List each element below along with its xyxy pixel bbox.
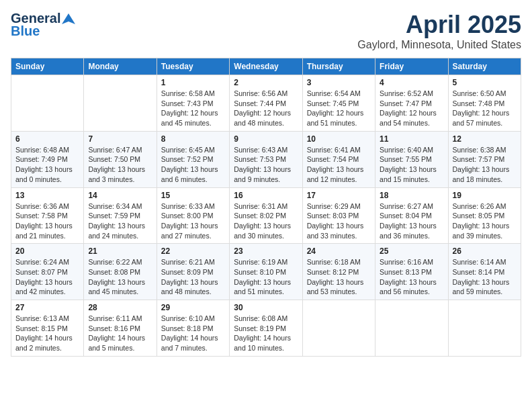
calendar-day-cell: 18Sunrise: 6:27 AM Sunset: 8:04 PM Dayli…: [375, 187, 448, 244]
page-title: April 2025: [357, 11, 521, 39]
day-number: 18: [380, 191, 443, 200]
calendar-day-cell: 30Sunrise: 6:08 AM Sunset: 8:19 PM Dayli…: [230, 300, 302, 357]
day-number: 7: [88, 134, 152, 144]
weekday-header-row: SundayMondayTuesdayWednesdayThursdayFrid…: [11, 58, 521, 75]
day-number: 5: [453, 78, 517, 87]
day-info: Sunrise: 6:52 AM Sunset: 7:47 PM Dayligh…: [380, 89, 443, 128]
calendar-day-cell: 7Sunrise: 6:47 AM Sunset: 7:50 PM Daylig…: [84, 131, 157, 187]
weekday-header-friday: Friday: [375, 58, 448, 75]
calendar-day-cell: 6Sunrise: 6:48 AM Sunset: 7:49 PM Daylig…: [11, 131, 84, 187]
calendar-day-cell: [11, 75, 84, 132]
title-section: April 2025 Gaylord, Minnesota, United St…: [357, 11, 521, 51]
weekday-header-sunday: Sunday: [11, 58, 84, 75]
calendar-day-cell: 13Sunrise: 6:36 AM Sunset: 7:58 PM Dayli…: [11, 187, 84, 244]
day-number: 4: [380, 78, 443, 87]
calendar-day-cell: [84, 75, 157, 132]
calendar-week-row: 13Sunrise: 6:36 AM Sunset: 7:58 PM Dayli…: [11, 187, 521, 244]
day-number: 9: [234, 134, 298, 144]
calendar-day-cell: 4Sunrise: 6:52 AM Sunset: 7:47 PM Daylig…: [375, 75, 448, 132]
calendar-day-cell: 24Sunrise: 6:18 AM Sunset: 8:12 PM Dayli…: [302, 244, 375, 300]
weekday-header-tuesday: Tuesday: [157, 58, 229, 75]
day-info: Sunrise: 6:47 AM Sunset: 7:50 PM Dayligh…: [88, 145, 152, 185]
day-info: Sunrise: 6:41 AM Sunset: 7:54 PM Dayligh…: [307, 145, 371, 185]
day-info: Sunrise: 6:54 AM Sunset: 7:45 PM Dayligh…: [307, 89, 371, 128]
day-number: 11: [380, 134, 443, 144]
calendar-day-cell: 22Sunrise: 6:21 AM Sunset: 8:09 PM Dayli…: [157, 244, 229, 300]
calendar-day-cell: 20Sunrise: 6:24 AM Sunset: 8:07 PM Dayli…: [11, 244, 84, 300]
page-header: General Blue April 2025 Gaylord, Minneso…: [11, 11, 521, 51]
day-info: Sunrise: 6:19 AM Sunset: 8:10 PM Dayligh…: [234, 257, 298, 297]
day-number: 25: [380, 246, 443, 256]
calendar-day-cell: 15Sunrise: 6:33 AM Sunset: 8:00 PM Dayli…: [157, 187, 229, 244]
day-info: Sunrise: 6:33 AM Sunset: 8:00 PM Dayligh…: [161, 201, 225, 241]
day-number: 23: [234, 246, 298, 256]
day-number: 15: [161, 191, 225, 200]
calendar-week-row: 6Sunrise: 6:48 AM Sunset: 7:49 PM Daylig…: [11, 131, 521, 187]
calendar-day-cell: 26Sunrise: 6:14 AM Sunset: 8:14 PM Dayli…: [448, 244, 521, 300]
calendar-day-cell: 27Sunrise: 6:13 AM Sunset: 8:15 PM Dayli…: [11, 300, 84, 357]
day-info: Sunrise: 6:27 AM Sunset: 8:04 PM Dayligh…: [380, 201, 443, 241]
day-number: 26: [453, 246, 517, 256]
day-info: Sunrise: 6:21 AM Sunset: 8:09 PM Dayligh…: [161, 257, 225, 297]
calendar-day-cell: 8Sunrise: 6:45 AM Sunset: 7:52 PM Daylig…: [157, 131, 229, 187]
day-number: 30: [234, 303, 298, 312]
day-number: 10: [307, 134, 371, 144]
calendar-week-row: 20Sunrise: 6:24 AM Sunset: 8:07 PM Dayli…: [11, 244, 521, 300]
calendar-week-row: 1Sunrise: 6:58 AM Sunset: 7:43 PM Daylig…: [11, 75, 521, 132]
logo-blue-text: Blue: [11, 24, 75, 39]
day-info: Sunrise: 6:29 AM Sunset: 8:03 PM Dayligh…: [307, 201, 371, 241]
day-number: 21: [88, 246, 152, 256]
calendar-day-cell: 19Sunrise: 6:26 AM Sunset: 8:05 PM Dayli…: [448, 187, 521, 244]
day-info: Sunrise: 6:31 AM Sunset: 8:02 PM Dayligh…: [234, 201, 298, 241]
calendar-table: SundayMondayTuesdayWednesdayThursdayFrid…: [11, 58, 521, 357]
day-number: 2: [234, 78, 298, 87]
day-info: Sunrise: 6:40 AM Sunset: 7:55 PM Dayligh…: [380, 145, 443, 185]
calendar-day-cell: 16Sunrise: 6:31 AM Sunset: 8:02 PM Dayli…: [230, 187, 302, 244]
day-number: 8: [161, 134, 225, 144]
calendar-day-cell: 1Sunrise: 6:58 AM Sunset: 7:43 PM Daylig…: [157, 75, 229, 132]
day-info: Sunrise: 6:58 AM Sunset: 7:43 PM Dayligh…: [161, 89, 225, 128]
day-info: Sunrise: 6:14 AM Sunset: 8:14 PM Dayligh…: [453, 257, 517, 297]
calendar-day-cell: 29Sunrise: 6:10 AM Sunset: 8:18 PM Dayli…: [157, 300, 229, 357]
calendar-header: SundayMondayTuesdayWednesdayThursdayFrid…: [11, 58, 521, 75]
calendar-day-cell: 2Sunrise: 6:56 AM Sunset: 7:44 PM Daylig…: [230, 75, 302, 132]
calendar-body: 1Sunrise: 6:58 AM Sunset: 7:43 PM Daylig…: [11, 75, 521, 357]
calendar-day-cell: 25Sunrise: 6:16 AM Sunset: 8:13 PM Dayli…: [375, 244, 448, 300]
day-number: 28: [88, 303, 152, 312]
day-info: Sunrise: 6:08 AM Sunset: 8:19 PM Dayligh…: [234, 314, 298, 353]
day-number: 12: [453, 134, 517, 144]
day-info: Sunrise: 6:24 AM Sunset: 8:07 PM Dayligh…: [15, 257, 79, 297]
calendar-day-cell: 5Sunrise: 6:50 AM Sunset: 7:48 PM Daylig…: [448, 75, 521, 132]
weekday-header-thursday: Thursday: [302, 58, 375, 75]
calendar-day-cell: 21Sunrise: 6:22 AM Sunset: 8:08 PM Dayli…: [84, 244, 157, 300]
day-number: 13: [15, 191, 79, 200]
day-number: 22: [161, 246, 225, 256]
day-info: Sunrise: 6:16 AM Sunset: 8:13 PM Dayligh…: [380, 257, 443, 297]
day-info: Sunrise: 6:13 AM Sunset: 8:15 PM Dayligh…: [15, 314, 79, 353]
day-number: 29: [161, 303, 225, 312]
day-info: Sunrise: 6:11 AM Sunset: 8:16 PM Dayligh…: [88, 314, 152, 353]
day-number: 14: [88, 191, 152, 200]
logo: General Blue: [11, 11, 75, 39]
day-info: Sunrise: 6:10 AM Sunset: 8:18 PM Dayligh…: [161, 314, 225, 353]
day-info: Sunrise: 6:45 AM Sunset: 7:52 PM Dayligh…: [161, 145, 225, 185]
day-info: Sunrise: 6:56 AM Sunset: 7:44 PM Dayligh…: [234, 89, 298, 128]
calendar-day-cell: 14Sunrise: 6:34 AM Sunset: 7:59 PM Dayli…: [84, 187, 157, 244]
weekday-header-saturday: Saturday: [448, 58, 521, 75]
day-info: Sunrise: 6:43 AM Sunset: 7:53 PM Dayligh…: [234, 145, 298, 185]
day-info: Sunrise: 6:18 AM Sunset: 8:12 PM Dayligh…: [307, 257, 371, 297]
day-number: 27: [15, 303, 79, 312]
day-number: 24: [307, 246, 371, 256]
day-number: 6: [15, 134, 79, 144]
day-number: 19: [453, 191, 517, 200]
day-info: Sunrise: 6:26 AM Sunset: 8:05 PM Dayligh…: [453, 201, 517, 241]
weekday-header-wednesday: Wednesday: [230, 58, 302, 75]
day-number: 16: [234, 191, 298, 200]
calendar-day-cell: [375, 300, 448, 357]
weekday-header-monday: Monday: [84, 58, 157, 75]
svg-marker-0: [62, 13, 75, 24]
day-info: Sunrise: 6:48 AM Sunset: 7:49 PM Dayligh…: [15, 145, 79, 185]
day-info: Sunrise: 6:36 AM Sunset: 7:58 PM Dayligh…: [15, 201, 79, 241]
day-info: Sunrise: 6:38 AM Sunset: 7:57 PM Dayligh…: [453, 145, 517, 185]
calendar-day-cell: 17Sunrise: 6:29 AM Sunset: 8:03 PM Dayli…: [302, 187, 375, 244]
